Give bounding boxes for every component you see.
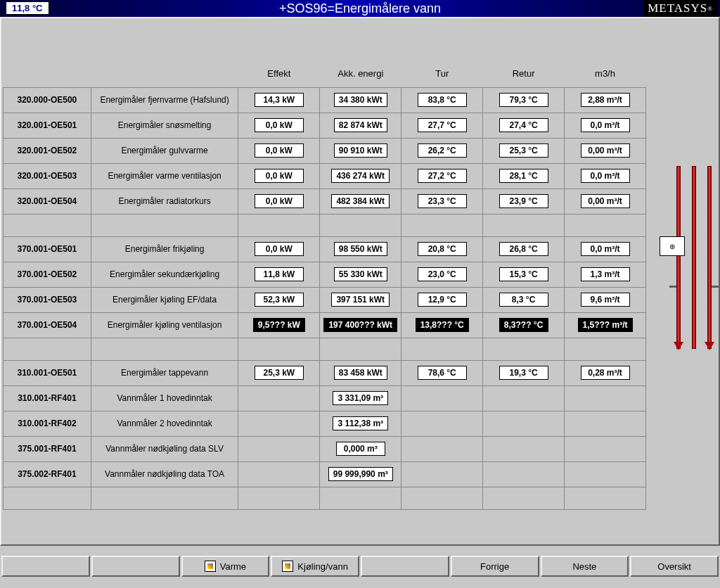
table-row: 310.001-RF401Vannmåler 1 hovedinntak3 33…: [4, 385, 646, 411]
value-display[interactable]: 79,3 °C: [499, 93, 548, 107]
nav-slot-empty: [1, 556, 90, 577]
chart-icon: [282, 561, 293, 572]
table-row: [4, 214, 646, 236]
table-row: [4, 338, 646, 360]
table-row: 320.001-OE503Energimåler varme ventilasj…: [4, 163, 646, 188]
value-display[interactable]: 12,9 °C: [418, 293, 467, 307]
bottom-nav-bar: Varme Kjøling/vann Forrige Neste Oversik…: [0, 556, 720, 577]
nav-neste-button[interactable]: Neste: [541, 556, 629, 577]
value-display[interactable]: 0,0 m³/t: [581, 118, 630, 132]
value-display[interactable]: 0,0 kW: [255, 242, 304, 256]
value-display[interactable]: 83,8 °C: [418, 93, 467, 107]
value-display[interactable]: 78,6 °C: [418, 366, 467, 380]
page-title: +SOS96=Energimålere vann: [279, 1, 441, 16]
value-display[interactable]: 99 999,990 m³: [328, 467, 393, 481]
value-display[interactable]: 0,28 m³/t: [581, 366, 630, 380]
main-panel: Effekt Akk. energi Tur Retur m3/h 320.00…: [0, 17, 720, 546]
value-display[interactable]: 90 910 kWt: [334, 143, 387, 158]
value-display[interactable]: 27,7 °C: [418, 118, 467, 132]
value-display[interactable]: 19,3 °C: [499, 366, 548, 380]
value-display[interactable]: 436 274 kWt: [331, 169, 390, 183]
table-row: 320.001-OE502Energimåler gulvvarme0,0 kW…: [4, 138, 646, 163]
header-bar: 11,8 °C +SOS96=Energimålere vann METASYS…: [0, 0, 720, 17]
value-display[interactable]: 0,0 kW: [255, 194, 304, 208]
value-display[interactable]: 397 151 kWt: [331, 293, 390, 307]
value-display[interactable]: 23,0 °C: [418, 267, 467, 281]
value-display[interactable]: 3 112,38 m³: [333, 416, 388, 430]
table-row: 375.002-RF401Vannmåler nødkjøling data T…: [4, 461, 646, 487]
value-display[interactable]: 8,3 °C: [499, 293, 548, 307]
value-display[interactable]: 23,3 °C: [418, 194, 467, 208]
col-retur: Retur: [483, 60, 565, 87]
value-display[interactable]: 1,5??? m³/t: [578, 318, 633, 332]
value-display[interactable]: 55 330 kWt: [334, 267, 387, 281]
col-akk: Akk. energi: [320, 60, 401, 87]
table-row: [4, 487, 646, 509]
value-display[interactable]: 52,3 kW: [255, 293, 304, 307]
value-display[interactable]: 0,000 m³: [336, 442, 385, 456]
value-display[interactable]: 482 384 kWt: [331, 194, 390, 208]
flow-arrow-icon: [674, 342, 683, 350]
table-row: 375.001-RF401Vannmåler nødkjøling data S…: [4, 436, 646, 461]
nav-varme-button[interactable]: Varme: [181, 556, 270, 577]
col-effekt: Effekt: [238, 60, 320, 87]
flow-gauge-icon: ⊕: [660, 236, 685, 256]
value-display[interactable]: 13,8??? °C: [416, 318, 469, 332]
value-display[interactable]: 11,8 kW: [255, 267, 304, 281]
col-tur: Tur: [401, 60, 483, 87]
brand-logo: METASYS®: [643, 0, 717, 17]
value-display[interactable]: 0,0 kW: [255, 118, 304, 132]
value-display[interactable]: 98 550 kWt: [334, 242, 387, 256]
nav-oversikt-button[interactable]: Oversikt: [630, 556, 719, 577]
value-display[interactable]: 0,0 m³/t: [581, 242, 630, 256]
value-display[interactable]: 20,8 °C: [418, 242, 467, 256]
value-display[interactable]: 9,6 m³/t: [581, 293, 630, 307]
value-display[interactable]: 82 874 kWt: [334, 118, 387, 132]
table-header-row: Effekt Akk. energi Tur Retur m3/h: [4, 60, 646, 87]
value-display[interactable]: 1,3 m³/t: [581, 267, 630, 281]
value-display[interactable]: 0,00 m³/t: [581, 143, 630, 158]
nav-kjoling-button[interactable]: Kjøling/vann: [271, 556, 359, 577]
table-row: 370.001-OE501Energimåler frikjøling0,0 k…: [4, 236, 646, 262]
pipe-diagram: ⊕: [674, 166, 716, 349]
value-display[interactable]: 0,0 kW: [255, 143, 304, 158]
outdoor-temp-display: 11,8 °C: [6, 1, 49, 15]
col-flow: m3/h: [565, 60, 646, 87]
table-row: 370.001-OE502Energimåler sekundærkjøling…: [4, 262, 646, 287]
nav-slot-empty: [361, 556, 449, 577]
table-row: 320.001-OE504Energimåler radiatorkurs0,0…: [4, 188, 646, 214]
value-display[interactable]: 28,1 °C: [499, 169, 548, 183]
flow-arrow-icon: [705, 342, 714, 350]
value-display[interactable]: 14,3 kW: [255, 93, 304, 107]
value-display[interactable]: 26,2 °C: [418, 143, 467, 158]
value-display[interactable]: 15,3 °C: [499, 267, 548, 281]
nav-slot-empty: [91, 556, 180, 577]
value-display[interactable]: 83 458 kWt: [334, 366, 387, 380]
value-display[interactable]: 2,88 m³/t: [581, 93, 630, 107]
table-row: 310.001-OE501Energimåler tappevann25,3 k…: [4, 360, 646, 385]
value-display[interactable]: 27,2 °C: [418, 169, 467, 183]
energy-meter-table: Effekt Akk. energi Tur Retur m3/h 320.00…: [3, 60, 646, 510]
value-display[interactable]: 197 400??? kWt: [323, 318, 397, 332]
value-display[interactable]: 0,0 m³/t: [581, 169, 630, 183]
table-row: 310.001-RF402Vannmåler 2 hovedinntak3 11…: [4, 411, 646, 436]
chart-icon: [205, 561, 216, 572]
table-row: 320.001-OE501Energimåler snøsmelting0,0 …: [4, 113, 646, 138]
table-row: 370.001-OE503Energimåler kjøling EF/data…: [4, 287, 646, 312]
value-display[interactable]: 26,8 °C: [499, 242, 548, 256]
value-display[interactable]: 25,3 kW: [255, 366, 304, 380]
value-display[interactable]: 34 380 kWt: [334, 93, 387, 107]
value-display[interactable]: 3 331,09 m³: [333, 391, 388, 405]
value-display[interactable]: 9,5??? kW: [253, 318, 305, 332]
value-display[interactable]: 0,00 m³/t: [581, 194, 630, 208]
nav-forrige-button[interactable]: Forrige: [451, 556, 539, 577]
value-display[interactable]: 27,4 °C: [499, 118, 548, 132]
table-row: 370.001-OE504Energimåler kjøling ventila…: [4, 312, 646, 338]
table-row: 320.000-OE500Energimåler fjernvarme (Haf…: [4, 87, 646, 113]
value-display[interactable]: 8,3??? °C: [499, 318, 548, 332]
value-display[interactable]: 23,9 °C: [499, 194, 548, 208]
value-display[interactable]: 0,0 kW: [255, 169, 304, 183]
value-display[interactable]: 25,3 °C: [499, 143, 548, 158]
